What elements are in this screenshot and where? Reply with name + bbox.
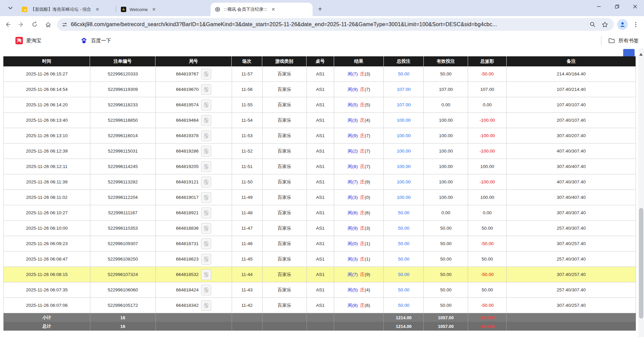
zoom-icon[interactable] [588, 19, 598, 30]
video-replay-button[interactable] [201, 146, 211, 157]
bookmark-star-icon[interactable] [600, 19, 610, 30]
cell-total-bet[interactable]: 50.00 [384, 205, 424, 220]
url-bar[interactable]: 66cxkj98.com/game/betrecord_search/kind3… [57, 18, 614, 31]
bookmark-baidu[interactable]: 百度一下 [80, 37, 111, 44]
result-banker: 庄 [360, 179, 365, 185]
result-banker-points: (1) [365, 241, 370, 246]
video-replay-button[interactable] [201, 254, 211, 265]
refresh-icon[interactable] [29, 19, 40, 30]
url-text[interactable]: 66cxkj98.com/game/betrecord_search/kind3… [71, 21, 586, 27]
home-icon[interactable] [42, 19, 54, 30]
cell-total-bet[interactable]: 100.00 [384, 174, 424, 189]
cell-total-bet[interactable]: 100.00 [384, 144, 424, 159]
close-window-icon[interactable] [630, 2, 640, 11]
cell-total-bet[interactable]: 50.00 [384, 298, 424, 313]
cell-time: 2025-11-26 06:07:35 [4, 282, 90, 297]
cell-game-type: 百家乐 [263, 267, 307, 282]
video-replay-button[interactable] [201, 192, 211, 203]
cell-session: 11-45 [232, 251, 263, 267]
cell-valid-bet: 50.00 [424, 267, 468, 282]
result-player: 闲(7) [348, 272, 358, 278]
cell-round-id: 664818342 [156, 298, 232, 313]
video-replay-button[interactable] [201, 300, 211, 311]
close-tab-icon[interactable]: ✕ [151, 7, 157, 12]
video-replay-button[interactable] [201, 269, 211, 280]
new-tab-button[interactable]: + [315, 4, 325, 14]
video-replay-button[interactable] [201, 69, 211, 79]
cell-total-bet[interactable]: 50.00 [384, 66, 424, 81]
cell-time: 2025-11-26 06:08:47 [4, 251, 90, 267]
cell-game-type: 百家乐 [263, 66, 307, 81]
cell-session: 11-52 [232, 144, 263, 159]
cell-game-type: 百家乐 [263, 128, 307, 143]
cell-round-id: 664819378 [156, 128, 232, 143]
cell-total-bet[interactable]: 100.00 [384, 190, 424, 205]
cell-session: 11-44 [232, 267, 263, 282]
result-player: 闲(3) [348, 194, 358, 201]
video-replay-button[interactable] [201, 285, 211, 295]
cell-session: 11-53 [232, 128, 263, 143]
scroll-up-arrow-icon[interactable] [639, 53, 643, 56]
cell-total-bet[interactable]: 100.00 [384, 159, 424, 174]
total-payout: -143.00 [468, 322, 507, 331]
cell-remark: 307.40/207.40 [507, 128, 636, 143]
page-scrollbar[interactable] [638, 48, 644, 337]
table-row: 2025-11-26 06:08:47522996108250664818623… [3, 251, 636, 267]
result-banker: 庄 [360, 210, 365, 216]
all-bookmarks-label[interactable]: 所有书签 [618, 38, 639, 44]
cell-total-bet[interactable]: 100.00 [384, 128, 424, 143]
cell-total-bet[interactable]: 50.00 [384, 251, 424, 267]
site-info-icon[interactable] [62, 22, 67, 27]
cell-total-bet[interactable]: 100.00 [384, 113, 424, 128]
cell-payout: 0.00 [468, 205, 507, 220]
video-replay-button[interactable] [201, 238, 211, 249]
video-replay-button[interactable] [201, 208, 211, 218]
restore-icon[interactable] [612, 2, 622, 11]
cell-game-type: 百家乐 [263, 282, 307, 297]
cell-total-bet[interactable]: 50.00 [384, 221, 424, 236]
tab-forum[interactable]: 【新提醒】海燕策略论坛 - 综合 ✕ [17, 3, 116, 16]
cell-result: 闲(9)庄(7) [334, 82, 384, 97]
result-player: 闲(3) [348, 117, 358, 123]
back-icon[interactable] [2, 19, 13, 30]
baidu-paw-icon [80, 37, 88, 44]
cell-total-bet[interactable]: 50.00 [384, 282, 424, 297]
video-replay-button[interactable] [201, 161, 211, 172]
video-replay-button[interactable] [201, 223, 211, 234]
cell-total-bet[interactable]: 50.00 [384, 267, 424, 282]
browser-menu-icon[interactable] [631, 19, 641, 30]
cell-payout: 100.00 [468, 190, 507, 205]
scrollbar-thumb[interactable] [639, 208, 643, 319]
result-banker: 庄 [360, 272, 365, 278]
table-header-row: 时间注单编号局号场次游戏类别桌号结果总投注有效投注总派彩备注 [3, 56, 636, 66]
cell-round-id: 664819670 [156, 82, 232, 97]
cell-total-bet[interactable]: 107.00 [384, 97, 424, 112]
tab-bet-records-active[interactable]: :::视讯 会员下注纪录::: ✕ [211, 3, 313, 16]
subtotal-total-bet: 1214.00 [384, 313, 424, 322]
forward-icon[interactable] [15, 19, 27, 30]
partial-blue-button[interactable] [623, 49, 635, 57]
cell-bet-id: 522996118233 [90, 97, 156, 112]
video-replay-button[interactable] [201, 100, 211, 110]
bookmark-aitaobao[interactable]: 淘 爱淘宝 [15, 37, 41, 44]
cell-table-no: AS1 [307, 97, 334, 112]
video-replay-button[interactable] [201, 130, 211, 141]
cell-total-bet[interactable]: 50.00 [384, 236, 424, 251]
video-replay-button[interactable] [201, 177, 211, 187]
cell-valid-bet: 50.00 [424, 298, 468, 313]
minimize-icon[interactable] [594, 2, 604, 11]
cell-payout: 0.00 [468, 97, 507, 112]
cell-total-bet[interactable]: 107.00 [384, 82, 424, 97]
video-replay-button[interactable] [201, 84, 211, 95]
cell-payout: 50.00 [468, 251, 507, 267]
video-replay-button[interactable] [201, 115, 211, 126]
close-tab-icon[interactable]: ✕ [270, 7, 276, 12]
tab-welcome[interactable]: Welcome ✕ [117, 3, 211, 16]
profile-avatar[interactable] [617, 19, 628, 30]
close-tab-icon[interactable]: ✕ [95, 7, 100, 12]
tab-search-chevron-icon[interactable] [5, 2, 16, 14]
forum-yellow-icon [21, 6, 28, 12]
cell-table-no: AS1 [307, 144, 334, 159]
result-banker-points: (9) [365, 272, 370, 277]
total-label: 总计 [4, 322, 90, 331]
